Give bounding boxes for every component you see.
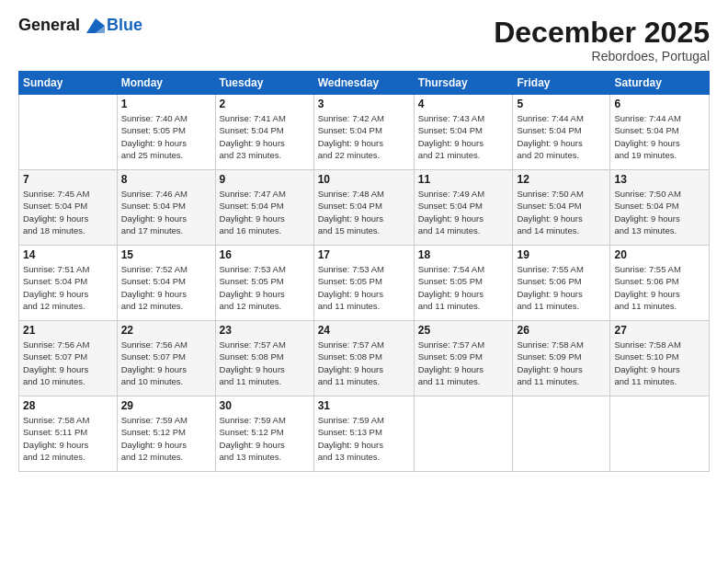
calendar-cell — [414, 396, 513, 472]
day-number: 27 — [614, 324, 705, 337]
day-info: Sunrise: 7:44 AM Sunset: 5:04 PM Dayligh… — [614, 112, 705, 161]
day-info: Sunrise: 7:45 AM Sunset: 5:04 PM Dayligh… — [23, 188, 113, 236]
day-number: 7 — [23, 173, 113, 186]
calendar-cell: 20Sunrise: 7:55 AM Sunset: 5:06 PM Dayli… — [610, 246, 710, 321]
weekday-header: Tuesday — [215, 72, 313, 95]
weekday-header: Thursday — [414, 72, 513, 95]
calendar-table: SundayMondayTuesdayWednesdayThursdayFrid… — [18, 71, 710, 472]
day-number: 23 — [220, 324, 310, 337]
calendar-cell: 26Sunrise: 7:58 AM Sunset: 5:09 PM Dayli… — [513, 321, 610, 396]
calendar-cell: 16Sunrise: 7:53 AM Sunset: 5:05 PM Dayli… — [215, 246, 313, 321]
day-info: Sunrise: 7:47 AM Sunset: 5:04 PM Dayligh… — [220, 188, 310, 236]
day-number: 9 — [220, 173, 310, 186]
calendar-cell: 30Sunrise: 7:59 AM Sunset: 5:12 PM Dayli… — [215, 396, 313, 472]
weekday-header: Saturday — [610, 72, 710, 95]
day-info: Sunrise: 7:59 AM Sunset: 5:12 PM Dayligh… — [121, 414, 211, 463]
day-number: 11 — [418, 173, 509, 186]
location: Rebordoes, Portugal — [494, 49, 710, 63]
day-info: Sunrise: 7:46 AM Sunset: 5:04 PM Dayligh… — [121, 188, 211, 236]
day-number: 24 — [318, 324, 410, 337]
calendar-cell: 23Sunrise: 7:57 AM Sunset: 5:08 PM Dayli… — [215, 321, 313, 396]
calendar-header-row: SundayMondayTuesdayWednesdayThursdayFrid… — [19, 72, 710, 95]
calendar-cell: 2Sunrise: 7:41 AM Sunset: 5:04 PM Daylig… — [215, 95, 313, 170]
day-number: 15 — [121, 248, 211, 261]
day-number: 3 — [318, 98, 410, 110]
calendar-cell: 1Sunrise: 7:40 AM Sunset: 5:05 PM Daylig… — [117, 95, 215, 170]
day-info: Sunrise: 7:48 AM Sunset: 5:04 PM Dayligh… — [318, 188, 410, 236]
day-info: Sunrise: 7:51 AM Sunset: 5:04 PM Dayligh… — [23, 263, 113, 312]
logo-blue: Blue — [107, 17, 142, 35]
calendar-week-row: 7Sunrise: 7:45 AM Sunset: 5:04 PM Daylig… — [19, 170, 710, 246]
weekday-header: Friday — [513, 72, 610, 95]
day-info: Sunrise: 7:40 AM Sunset: 5:05 PM Dayligh… — [121, 112, 211, 161]
calendar-cell: 24Sunrise: 7:57 AM Sunset: 5:08 PM Dayli… — [313, 321, 414, 396]
day-number: 2 — [220, 98, 310, 110]
day-number: 12 — [517, 173, 606, 186]
calendar-week-row: 28Sunrise: 7:58 AM Sunset: 5:11 PM Dayli… — [19, 396, 710, 472]
day-info: Sunrise: 7:59 AM Sunset: 5:13 PM Dayligh… — [318, 414, 410, 463]
day-number: 10 — [318, 173, 410, 186]
calendar-cell: 5Sunrise: 7:44 AM Sunset: 5:04 PM Daylig… — [513, 95, 610, 170]
calendar-cell: 21Sunrise: 7:56 AM Sunset: 5:07 PM Dayli… — [19, 321, 118, 396]
day-info: Sunrise: 7:59 AM Sunset: 5:12 PM Dayligh… — [220, 414, 310, 463]
day-info: Sunrise: 7:58 AM Sunset: 5:10 PM Dayligh… — [614, 339, 705, 387]
day-info: Sunrise: 7:57 AM Sunset: 5:09 PM Dayligh… — [418, 339, 509, 387]
calendar-cell: 13Sunrise: 7:50 AM Sunset: 5:04 PM Dayli… — [610, 170, 710, 246]
calendar-cell: 6Sunrise: 7:44 AM Sunset: 5:04 PM Daylig… — [610, 95, 710, 170]
calendar-cell: 9Sunrise: 7:47 AM Sunset: 5:04 PM Daylig… — [215, 170, 313, 246]
day-number: 14 — [23, 248, 113, 261]
day-number: 16 — [220, 248, 310, 261]
calendar-cell: 7Sunrise: 7:45 AM Sunset: 5:04 PM Daylig… — [19, 170, 118, 246]
day-info: Sunrise: 7:49 AM Sunset: 5:04 PM Dayligh… — [418, 188, 509, 236]
day-number: 26 — [517, 324, 606, 337]
weekday-header: Sunday — [19, 72, 118, 95]
day-info: Sunrise: 7:56 AM Sunset: 5:07 PM Dayligh… — [23, 339, 113, 387]
day-number: 22 — [121, 324, 211, 337]
day-number: 13 — [614, 173, 705, 186]
logo: General Blue — [18, 17, 142, 35]
day-info: Sunrise: 7:55 AM Sunset: 5:06 PM Dayligh… — [517, 263, 606, 312]
calendar-cell: 4Sunrise: 7:43 AM Sunset: 5:04 PM Daylig… — [414, 95, 513, 170]
calendar-week-row: 14Sunrise: 7:51 AM Sunset: 5:04 PM Dayli… — [19, 246, 710, 321]
day-info: Sunrise: 7:57 AM Sunset: 5:08 PM Dayligh… — [220, 339, 310, 387]
day-info: Sunrise: 7:50 AM Sunset: 5:04 PM Dayligh… — [614, 188, 705, 236]
day-info: Sunrise: 7:58 AM Sunset: 5:11 PM Dayligh… — [23, 414, 113, 463]
calendar-cell: 11Sunrise: 7:49 AM Sunset: 5:04 PM Dayli… — [414, 170, 513, 246]
day-number: 8 — [121, 173, 211, 186]
weekday-header: Monday — [117, 72, 215, 95]
day-number: 25 — [418, 324, 509, 337]
day-info: Sunrise: 7:58 AM Sunset: 5:09 PM Dayligh… — [517, 339, 606, 387]
calendar-cell: 27Sunrise: 7:58 AM Sunset: 5:10 PM Dayli… — [610, 321, 710, 396]
calendar-cell: 28Sunrise: 7:58 AM Sunset: 5:11 PM Dayli… — [19, 396, 118, 472]
day-info: Sunrise: 7:53 AM Sunset: 5:05 PM Dayligh… — [220, 263, 310, 312]
calendar-cell: 10Sunrise: 7:48 AM Sunset: 5:04 PM Dayli… — [313, 170, 414, 246]
calendar-cell: 29Sunrise: 7:59 AM Sunset: 5:12 PM Dayli… — [117, 396, 215, 472]
day-info: Sunrise: 7:44 AM Sunset: 5:04 PM Dayligh… — [517, 112, 606, 161]
weekday-header: Wednesday — [313, 72, 414, 95]
month-title: December 2025 — [494, 17, 710, 49]
day-number: 18 — [418, 248, 509, 261]
logo-icon — [86, 18, 105, 33]
calendar-cell: 15Sunrise: 7:52 AM Sunset: 5:04 PM Dayli… — [117, 246, 215, 321]
calendar-cell — [513, 396, 610, 472]
day-info: Sunrise: 7:43 AM Sunset: 5:04 PM Dayligh… — [418, 112, 509, 161]
title-block: December 2025 Rebordoes, Portugal — [494, 17, 710, 63]
day-info: Sunrise: 7:41 AM Sunset: 5:04 PM Dayligh… — [220, 112, 310, 161]
day-info: Sunrise: 7:42 AM Sunset: 5:04 PM Dayligh… — [318, 112, 410, 161]
calendar-week-row: 1Sunrise: 7:40 AM Sunset: 5:05 PM Daylig… — [19, 95, 710, 170]
day-info: Sunrise: 7:56 AM Sunset: 5:07 PM Dayligh… — [121, 339, 211, 387]
page: General Blue December 2025 Rebordoes, Po… — [0, 0, 728, 563]
header: General Blue December 2025 Rebordoes, Po… — [18, 17, 710, 63]
calendar-cell — [19, 95, 118, 170]
calendar-cell: 19Sunrise: 7:55 AM Sunset: 5:06 PM Dayli… — [513, 246, 610, 321]
day-number: 30 — [220, 399, 310, 412]
calendar-cell: 3Sunrise: 7:42 AM Sunset: 5:04 PM Daylig… — [313, 95, 414, 170]
day-number: 17 — [318, 248, 410, 261]
day-number: 29 — [121, 399, 211, 412]
calendar-cell: 17Sunrise: 7:53 AM Sunset: 5:05 PM Dayli… — [313, 246, 414, 321]
day-info: Sunrise: 7:53 AM Sunset: 5:05 PM Dayligh… — [318, 263, 410, 312]
day-number: 28 — [23, 399, 113, 412]
calendar-cell: 22Sunrise: 7:56 AM Sunset: 5:07 PM Dayli… — [117, 321, 215, 396]
day-info: Sunrise: 7:52 AM Sunset: 5:04 PM Dayligh… — [121, 263, 211, 312]
calendar-cell: 18Sunrise: 7:54 AM Sunset: 5:05 PM Dayli… — [414, 246, 513, 321]
